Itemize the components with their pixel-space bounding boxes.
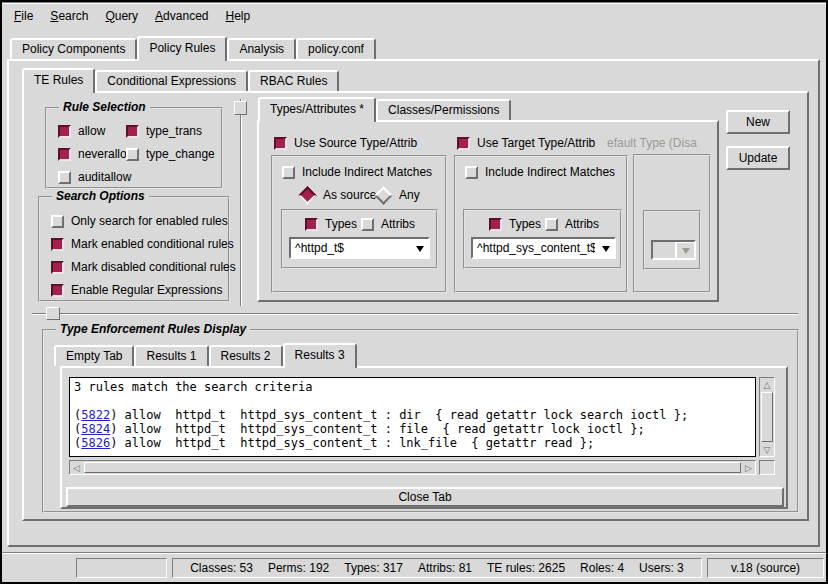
source-type-value[interactable]: ^httpd_t$ [291, 239, 409, 257]
horizontal-scroll-thumb[interactable] [84, 462, 741, 473]
source-type-dropdown-button[interactable] [409, 239, 428, 257]
checkbox-indicator[interactable] [126, 148, 139, 161]
rule-selection-group: Rule Selection allow type_trans neverall… [45, 107, 223, 189]
scrollbar-corner [759, 460, 775, 475]
target-type-dropdown-button[interactable] [595, 239, 614, 257]
rule-id-link[interactable]: 5822 [81, 408, 110, 422]
source-type-combobox[interactable]: ^httpd_t$ [289, 237, 430, 259]
tab-empty[interactable]: Empty Tab [54, 345, 134, 366]
scroll-up-icon[interactable]: △ [760, 378, 774, 391]
checkbox-target-types[interactable]: Types [489, 217, 541, 231]
tab-results-3[interactable]: Results 3 [283, 343, 357, 368]
checkbox-only-enabled[interactable]: Only search for enabled rules [51, 214, 228, 228]
checkbox-indicator[interactable] [51, 261, 64, 274]
default-type-box [633, 154, 711, 293]
radio-any[interactable]: Any [375, 188, 420, 202]
checkbox-mark-disabled[interactable]: Mark disabled conditional rules [51, 260, 236, 274]
types-attributes-tab-bar: Types/Attributes * Classes/Permissions [258, 99, 511, 122]
checkbox-indicator[interactable] [58, 148, 71, 161]
source-types-box: Types Attribs ^httpd_t$ [281, 209, 438, 269]
vertical-sash-handle[interactable] [234, 101, 247, 115]
checkbox-indicator[interactable] [545, 218, 558, 231]
checkbox-use-source[interactable]: Use Source Type/Attrib [274, 136, 417, 150]
checkbox-target-attribs[interactable]: Attribs [545, 217, 599, 231]
tab-rbac-rules[interactable]: RBAC Rules [248, 70, 339, 91]
tab-policy-conf[interactable]: policy.conf [296, 38, 376, 59]
scroll-right-icon[interactable]: ▷ [742, 461, 755, 474]
checkbox-type-trans[interactable]: type_trans [126, 124, 202, 138]
stat-classes: Classes: 53 [190, 561, 253, 575]
checkbox-indicator[interactable] [465, 166, 478, 179]
scroll-left-icon[interactable]: ◁ [70, 461, 83, 474]
checkbox-allow[interactable]: allow [58, 124, 105, 138]
checkbox-source-indirect[interactable]: Include Indirect Matches [282, 165, 432, 179]
checkbox-indicator[interactable] [361, 218, 374, 231]
stat-users: Users: 3 [639, 561, 684, 575]
stat-types: Types: 317 [344, 561, 403, 575]
checkbox-indicator[interactable] [51, 284, 64, 297]
checkbox-indicator[interactable] [489, 218, 502, 231]
target-type-combobox[interactable]: ^httpd_sys_content_t$ [471, 237, 616, 259]
checkbox-type-change[interactable]: type_change [126, 147, 215, 161]
tab-policy-rules[interactable]: Policy Rules [137, 36, 227, 61]
rule-id-link[interactable]: 5826 [81, 436, 110, 450]
tab-results-2[interactable]: Results 2 [209, 345, 283, 366]
checkbox-indicator[interactable] [126, 125, 139, 138]
checkbox-regex[interactable]: Enable Regular Expressions [51, 283, 222, 297]
vertical-scroll-thumb[interactable] [761, 392, 773, 442]
tab-classes-permissions[interactable]: Classes/Permissions [376, 99, 511, 120]
policy-rules-frame: TE Rules Conditional Expressions RBAC Ru… [7, 59, 820, 547]
new-button[interactable]: New [726, 110, 790, 134]
tab-conditional-expressions[interactable]: Conditional Expressions [95, 70, 248, 91]
checkbox-indicator[interactable] [51, 215, 64, 228]
checkbox-source-types[interactable]: Types [305, 217, 357, 231]
menu-advanced[interactable]: Advanced [155, 9, 208, 23]
close-tab-button[interactable]: Close Tab [66, 487, 784, 507]
checkbox-indicator[interactable] [51, 238, 64, 251]
vertical-scrollbar[interactable]: △ ▽ [759, 377, 775, 457]
checkbox-indicator[interactable] [58, 171, 71, 184]
menu-file[interactable]: File [14, 9, 33, 23]
rule-line: (5822) allow httpd_t httpd_sys_content_t… [74, 408, 751, 422]
checkbox-mark-enabled[interactable]: Mark enabled conditional rules [51, 237, 234, 251]
checkbox-use-target[interactable]: Use Target Type/Attrib [457, 136, 595, 150]
checkbox-neverallow[interactable]: neverallow [58, 147, 135, 161]
rule-id-link[interactable]: 5824 [81, 422, 110, 436]
checkbox-indicator[interactable] [305, 218, 318, 231]
checkbox-indicator[interactable] [282, 166, 295, 179]
stat-perms: Perms: 192 [268, 561, 329, 575]
results-panel: 3 rules match the search criteria (5822)… [60, 366, 788, 509]
checkbox-indicator[interactable] [58, 125, 71, 138]
menu-query[interactable]: Query [105, 9, 138, 23]
blank-line [74, 394, 751, 408]
target-type-value[interactable]: ^httpd_sys_content_t$ [473, 239, 595, 257]
radio-indicator[interactable] [298, 186, 316, 204]
update-button[interactable]: Update [726, 146, 790, 170]
checkbox-auditallow[interactable]: auditallow [58, 170, 131, 184]
horizontal-sash-handle[interactable] [46, 307, 60, 320]
rule-line: (5826) allow httpd_t httpd_sys_content_t… [74, 436, 751, 450]
menu-help[interactable]: Help [225, 9, 250, 23]
rule-line: (5824) allow httpd_t httpd_sys_content_t… [74, 422, 751, 436]
tab-analysis[interactable]: Analysis [227, 38, 296, 59]
results-text-area[interactable]: 3 rules match the search criteria (5822)… [69, 377, 756, 457]
stat-te-rules: TE rules: 2625 [487, 561, 565, 575]
checkbox-source-attribs[interactable]: Attribs [361, 217, 415, 231]
horizontal-scrollbar[interactable]: ◁ ▷ [69, 460, 756, 475]
chevron-down-icon [602, 246, 610, 256]
stat-roles: Roles: 4 [580, 561, 624, 575]
tab-types-attributes[interactable]: Types/Attributes * [258, 97, 376, 122]
results-summary: 3 rules match the search criteria [74, 380, 751, 394]
tab-policy-components[interactable]: Policy Components [10, 38, 137, 59]
radio-indicator[interactable] [374, 186, 392, 204]
checkbox-target-indirect[interactable]: Include Indirect Matches [465, 165, 615, 179]
horizontal-sash [32, 313, 798, 315]
menu-search[interactable]: Search [50, 9, 88, 23]
tab-te-rules[interactable]: TE Rules [22, 68, 95, 93]
checkbox-indicator[interactable] [274, 137, 287, 150]
tab-results-1[interactable]: Results 1 [134, 345, 208, 366]
te-rules-panel: Rule Selection allow type_trans neverall… [22, 91, 809, 521]
radio-as-source[interactable]: As source [299, 188, 376, 202]
checkbox-indicator[interactable] [457, 137, 470, 150]
scroll-down-icon[interactable]: ▽ [760, 443, 774, 456]
